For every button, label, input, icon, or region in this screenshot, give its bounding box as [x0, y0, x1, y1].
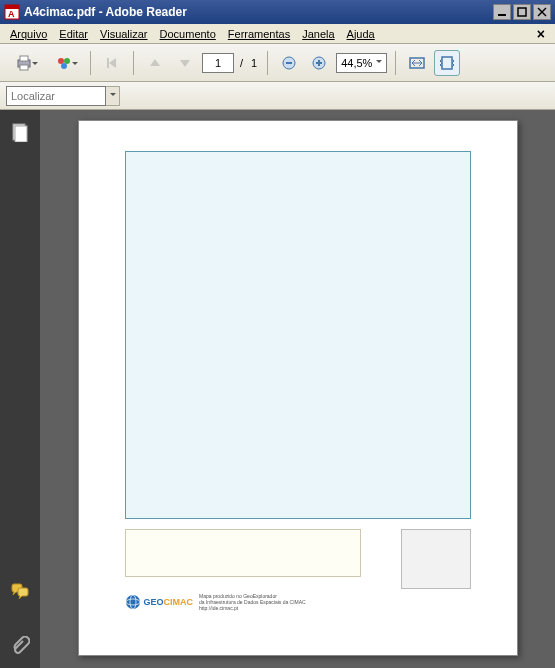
page-total: 1 — [249, 57, 259, 69]
page-number-input[interactable] — [202, 53, 234, 73]
legend-box — [125, 529, 361, 577]
window-titlebar: A A4cimac.pdf - Adobe Reader — [0, 0, 555, 24]
pages-panel-icon[interactable] — [10, 122, 30, 142]
main-toolbar: / 1 44,5% — [0, 44, 555, 82]
toolbar-separator — [133, 51, 134, 75]
print-button[interactable] — [6, 50, 42, 76]
minimize-button[interactable] — [493, 4, 511, 20]
toolbar-separator — [267, 51, 268, 75]
menu-arquivo[interactable]: Arquivo — [4, 26, 53, 42]
maximize-button[interactable] — [513, 4, 531, 20]
menu-janela[interactable]: Janela — [296, 26, 340, 42]
comments-panel-icon[interactable] — [10, 582, 30, 602]
map-frame — [125, 151, 471, 519]
find-dropdown[interactable] — [106, 86, 120, 106]
svg-rect-8 — [20, 56, 28, 61]
svg-point-11 — [64, 58, 70, 64]
document-viewport[interactable]: GEOCIMAC Mapa produzido no GeoExplorador… — [40, 110, 555, 668]
svg-rect-23 — [15, 126, 27, 142]
menu-documento[interactable]: Documento — [154, 26, 222, 42]
menu-visualizar[interactable]: Visualizar — [94, 26, 154, 42]
svg-rect-21 — [442, 57, 452, 69]
menu-ajuda[interactable]: Ajuda — [341, 26, 381, 42]
toolbar-separator — [90, 51, 91, 75]
svg-text:A: A — [8, 9, 15, 19]
menu-ferramentas[interactable]: Ferramentas — [222, 26, 296, 42]
svg-rect-13 — [107, 58, 109, 68]
zoom-out-button[interactable] — [276, 50, 302, 76]
zoom-in-button[interactable] — [306, 50, 332, 76]
svg-point-24 — [126, 595, 140, 609]
find-input[interactable] — [6, 86, 106, 106]
svg-rect-9 — [20, 65, 28, 70]
footer-text: Mapa produzido no GeoExplorador da Infra… — [199, 593, 306, 611]
menu-editar[interactable]: Editar — [53, 26, 94, 42]
page-separator: / — [238, 57, 245, 69]
menu-bar: Arquivo Editar Visualizar Documento Ferr… — [0, 24, 555, 44]
close-button[interactable] — [533, 4, 551, 20]
navigation-sidebar — [0, 110, 40, 668]
fit-page-button[interactable] — [434, 50, 460, 76]
page-down-button — [172, 50, 198, 76]
svg-rect-4 — [518, 8, 526, 16]
attachments-panel-icon[interactable] — [10, 636, 30, 656]
geocimac-logo: GEOCIMAC — [125, 594, 194, 610]
svg-point-10 — [58, 58, 64, 64]
find-toolbar — [0, 82, 555, 110]
pdf-page: GEOCIMAC Mapa produzido no GeoExplorador… — [78, 120, 518, 656]
page-first-button — [99, 50, 125, 76]
app-icon: A — [4, 4, 20, 20]
window-title: A4cimac.pdf - Adobe Reader — [24, 5, 491, 19]
zoom-level-dropdown[interactable]: 44,5% — [336, 53, 387, 73]
page-footer: GEOCIMAC Mapa produzido no GeoExplorador… — [125, 593, 471, 611]
content-area: GEOCIMAC Mapa produzido no GeoExplorador… — [0, 110, 555, 668]
svg-point-12 — [61, 63, 67, 69]
collaborate-button[interactable] — [46, 50, 82, 76]
inset-map-box — [401, 529, 471, 589]
fit-width-button[interactable] — [404, 50, 430, 76]
menubar-close-button[interactable]: × — [531, 26, 551, 42]
page-up-button — [142, 50, 168, 76]
toolbar-separator — [395, 51, 396, 75]
